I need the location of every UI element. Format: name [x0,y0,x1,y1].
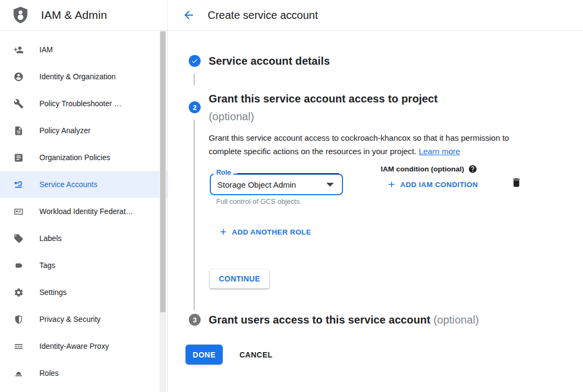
sidebar-item-label: Roles [39,369,59,377]
add-iam-condition-label: ADD IAM CONDITION [400,181,478,189]
add-iam-condition-button[interactable]: ADD IAM CONDITION [387,180,478,189]
cancel-button[interactable]: CANCEL [239,345,272,365]
sidebar-item-service-accounts[interactable]: Service Accounts [0,171,167,198]
step1-title: Service account details [209,54,330,67]
step3-heading: Grant users access to this service accou… [209,313,479,326]
sidebar-item-roles[interactable]: Roles [0,360,167,387]
add-another-role-label: ADD ANOTHER ROLE [232,228,311,236]
sidebar-item-workload-identity-federation[interactable]: Workload Identity Federat… [0,198,167,225]
label-tag-icon [13,233,24,244]
sidebar-item-settings[interactable]: Settings [0,279,167,306]
product-header: IAM & Admin [0,0,168,30]
badge-card-icon [13,206,24,217]
wrench-icon [13,98,24,109]
sidebar-item-policy-analyzer[interactable]: Policy Analyzer [0,117,167,144]
page-title: Create service account [208,9,318,22]
sidebar-scrollbar-thumb[interactable] [160,31,166,312]
product-title: IAM & Admin [41,9,107,22]
step3-number-badge: 3 [189,314,201,326]
person-add-icon [13,44,24,55]
step2-description: Grant this service account access to coc… [209,131,532,158]
sidebar-item-labels[interactable]: Labels [0,225,167,252]
sidebar-scrollbar-track[interactable] [160,31,166,392]
role-field-label: Role [214,169,234,177]
article-icon [13,152,24,163]
sidebar-item-label: Organization Policies [39,153,111,162]
service-account-key-icon [13,179,24,190]
iam-shield-icon [11,5,30,25]
role-field-topline [237,173,339,175]
delete-role-trash-icon[interactable] [510,176,523,189]
sidebar-item-label: IAM [39,45,53,54]
step1-complete-badge [189,55,201,67]
plus-icon [387,180,396,189]
sidebar-item-tags[interactable]: Tags [0,252,167,279]
step-connector [194,120,195,310]
sidebar-item-label: Policy Troubleshooter … [39,99,122,108]
arrow-back-icon[interactable] [182,9,195,22]
learn-more-link[interactable]: Learn more [419,147,460,156]
sidebar-item-label: Identity & Organization [39,72,116,81]
sidebar-item-identity-organization[interactable]: Identity & Organization [0,63,167,90]
step3-optional-label: (optional) [434,314,479,326]
sidebar-item-label: Workload Identity Federat… [39,207,133,216]
role-helper-text: Full control of GCS objects. [216,197,301,205]
sidebar-nav: IAM Identity & Organization Policy Troub… [0,31,168,392]
proxy-barrier-icon [13,341,24,352]
step2-number: 2 [193,104,196,112]
shield-icon [13,314,24,325]
step2-heading: Grant this service account access to pro… [209,90,438,126]
step-connector [194,74,195,85]
iam-condition-label-text: IAM condition (optional) [381,165,464,173]
document-gear-icon [13,125,24,136]
plus-icon [218,227,228,237]
step2-optional-label: (optional) [209,108,438,126]
iam-condition-label: IAM condition (optional) [381,164,477,174]
step2-description-text: Grant this service account access to coc… [209,133,509,156]
sidebar-item-identity-aware-proxy[interactable]: Identity-Aware Proxy [0,333,167,360]
sidebar-item-iam[interactable]: IAM [0,36,167,63]
continue-button[interactable]: CONTINUE [210,269,269,288]
tag-arrow-icon [13,260,24,271]
sidebar-item-privacy-security[interactable]: Privacy & Security [0,306,167,333]
step3-number: 3 [193,316,196,324]
sidebar-item-label: Labels [39,234,61,243]
add-another-role-button[interactable]: ADD ANOTHER ROLE [218,227,311,237]
check-icon [191,57,198,65]
main-content: Service account details 2 Grant this ser… [168,31,583,392]
help-icon[interactable] [468,164,477,174]
step2-title: Grant this service account access to pro… [209,90,438,108]
done-button[interactable]: DONE [186,345,223,365]
sidebar-item-label: Service Accounts [39,180,97,189]
step2-number-badge: 2 [189,101,201,113]
sidebar-item-policy-troubleshooter[interactable]: Policy Troubleshooter … [0,90,167,117]
role-select[interactable]: Storage Object Admin [210,174,343,195]
dropdown-caret-icon [326,183,334,187]
sidebar-item-label: Tags [39,261,56,270]
page-header: Create service account [168,0,583,30]
sidebar-item-organization-policies[interactable]: Organization Policies [0,144,167,171]
iam-admin-console: IAM & Admin Create service account IAM I… [0,0,583,392]
step3-optional-text: (optional) [434,314,479,326]
top-header: IAM & Admin Create service account [0,0,583,31]
gear-icon [13,287,24,298]
sidebar-item-label: Policy Analyzer [39,126,91,135]
sidebar-item-label: Settings [39,288,67,297]
step3-title: Grant users access to this service accou… [209,314,430,326]
role-selected-value: Storage Object Admin [217,180,296,189]
hat-icon [13,368,24,379]
account-circle-icon [13,71,24,82]
sidebar-item-label: Privacy & Security [39,315,101,324]
sidebar-item-label: Identity-Aware Proxy [39,342,109,350]
